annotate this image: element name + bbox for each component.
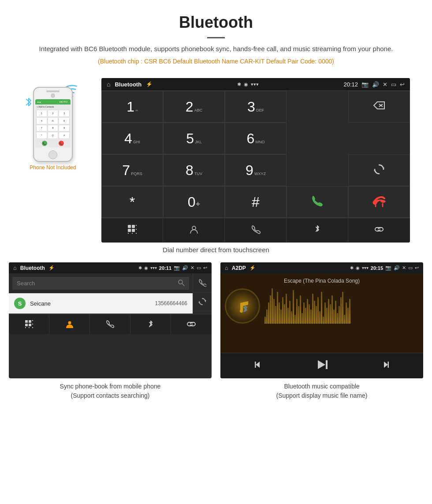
music-container: ⌂ A2DP ⚡ ✱ ◉ ▾▾▾ 20:15 📷 🔊 ✕ ▭ ↩ <box>220 262 423 400</box>
svg-rect-25 <box>32 320 33 321</box>
camera-icon: 📷 <box>361 81 369 88</box>
pb-tool-grid[interactable] <box>9 314 49 334</box>
pb-main-area: Search S Seicane 13566664466 <box>9 273 212 314</box>
phone-camera <box>51 93 55 98</box>
phone-key-4: 4 <box>36 117 47 124</box>
music-cam-icon: 📷 <box>385 265 391 271</box>
phone-call-red: 📞 <box>59 141 64 146</box>
pb-vol-icon: 🔊 <box>182 265 188 271</box>
main-content-area: ●●● MOTO + Add to Contacts 1 2 3 4 5 6 7… <box>0 78 432 243</box>
dial-key-1-content: 1 ∞ <box>127 100 138 114</box>
music-bt-icon: ✱ <box>350 265 354 270</box>
pb-bt-icon: ✱ <box>138 265 142 270</box>
music-signal-icon: ▾▾▾ <box>362 265 369 270</box>
dial-tool-link[interactable] <box>348 218 410 243</box>
phone-key-7: 7 <box>36 125 47 132</box>
dial-key-3-content: 3 DEF <box>247 100 264 114</box>
svg-marker-31 <box>256 362 260 368</box>
pb-tool-link[interactable] <box>171 314 212 334</box>
pb-tool-person[interactable] <box>49 314 90 334</box>
bt-icon: ✱ <box>237 82 241 87</box>
dial-screen-title: Bluetooth <box>115 81 142 88</box>
dial-key-call-green[interactable] <box>287 186 348 218</box>
music-time: 20:15 <box>371 265 383 271</box>
phone-key-star: * <box>36 132 47 139</box>
pb-side-icons <box>193 273 212 314</box>
music-win-icon: ▭ <box>408 265 413 271</box>
dial-key-4[interactable]: 4 GHI <box>101 123 163 154</box>
dial-key-empty-1 <box>287 91 348 123</box>
phone-speaker <box>46 90 60 92</box>
pb-contact-avatar: S <box>14 298 26 309</box>
pb-side-refresh-icon[interactable] <box>193 292 212 311</box>
music-back-icon: ↩ <box>415 265 419 271</box>
music-content: Escape (The Pina Colada Song) <box>220 273 423 353</box>
pb-side-phone-icon[interactable] <box>193 273 212 292</box>
svg-marker-19 <box>205 300 206 302</box>
bluetooth-icon-illustration <box>24 96 33 111</box>
header-specs: (Bluetooth chip : CSR BC6 Default Blueto… <box>9 58 423 65</box>
phone-screen-network: ●●● <box>37 101 41 103</box>
dial-tool-phone[interactable] <box>225 218 287 243</box>
music-controls <box>220 353 423 378</box>
pb-search-bar[interactable]: Search <box>12 277 189 290</box>
phone-home-button <box>48 150 57 159</box>
music-statusbar-right: ✱ ◉ ▾▾▾ 20:15 📷 🔊 ✕ ▭ ↩ <box>350 265 419 271</box>
svg-rect-7 <box>128 225 131 228</box>
pb-contact-phone: 13566664466 <box>155 300 187 306</box>
music-next-button[interactable] <box>379 360 389 372</box>
music-play-pause-button[interactable] <box>316 358 328 373</box>
dial-key-6[interactable]: 6 MNO <box>225 123 287 154</box>
dial-tool-bluetooth[interactable] <box>287 218 348 243</box>
dial-key-3[interactable]: 3 DEF <box>225 91 287 123</box>
bottom-screens: ⌂ Bluetooth ⚡ ✱ ◉ ▾▾▾ 20:11 📷 🔊 ✕ ▭ ↩ <box>0 262 432 400</box>
call-red-icon <box>372 194 386 210</box>
pb-cam-icon: 📷 <box>174 265 180 271</box>
dial-key-refresh[interactable] <box>348 154 410 186</box>
pb-contact-row[interactable]: S Seicane 13566664466 <box>9 293 193 314</box>
svg-rect-12 <box>132 233 133 234</box>
grid-icon <box>127 224 137 236</box>
volume-icon: 🔊 <box>372 81 379 88</box>
dial-tool-grid[interactable] <box>101 218 163 243</box>
dial-key-call-red[interactable] <box>348 186 410 218</box>
svg-rect-36 <box>388 362 389 368</box>
dial-key-7[interactable]: 7 PQRS <box>101 154 163 186</box>
phone-key-1: 1 <box>36 110 47 117</box>
dial-tool-contacts[interactable] <box>163 218 225 243</box>
dial-key-8[interactable]: 8 TUV <box>163 154 225 186</box>
dial-key-star[interactable]: * <box>101 186 163 218</box>
plus-symbol: + <box>196 200 201 209</box>
page-title: Bluetooth <box>9 13 423 32</box>
pb-toolbar <box>9 314 212 334</box>
svg-rect-15 <box>136 233 137 234</box>
dial-key-1[interactable]: 1 ∞ <box>101 91 163 123</box>
phone-screen-top: ●●● MOTO <box>35 99 71 105</box>
dial-key-0[interactable]: 0 + <box>163 186 225 218</box>
dial-statusbar: ⌂ Bluetooth ⚡ ✱ ◉ ▾▾▾ 20:12 📷 🔊 ✕ ▭ ↩ <box>101 78 410 90</box>
pb-tool-bt[interactable] <box>130 314 171 334</box>
phonebook-screen: ⌂ Bluetooth ⚡ ✱ ◉ ▾▾▾ 20:11 📷 🔊 ✕ ▭ ↩ <box>9 262 212 378</box>
dial-key-2[interactable]: 2 ABC <box>163 91 225 123</box>
dial-statusbar-left: ⌂ Bluetooth ⚡ <box>107 81 153 88</box>
svg-rect-10 <box>132 229 135 232</box>
usb-icon: ⚡ <box>146 81 153 87</box>
dial-key-empty-3 <box>348 123 410 154</box>
dial-key-hash[interactable]: # <box>225 186 287 218</box>
dial-key-backspace[interactable] <box>348 91 410 123</box>
bluetooth-icon <box>313 224 322 236</box>
signal-icon: ▾▾▾ <box>251 82 259 87</box>
music-prev-button[interactable] <box>255 360 264 372</box>
page-header: Bluetooth Integrated with BC6 Bluetooth … <box>0 0 432 78</box>
phone-mini-keypad: 1 2 3 4 5 6 7 8 9 * 0 # <box>35 109 71 140</box>
dial-key-5[interactable]: 5 JKL <box>163 123 225 154</box>
svg-rect-34 <box>326 360 328 369</box>
pb-close-icon: ✕ <box>190 265 194 271</box>
svg-rect-21 <box>25 320 28 323</box>
phone-key-5: 5 <box>48 117 59 124</box>
dial-key-9[interactable]: 9 WXYZ <box>225 154 287 186</box>
svg-rect-24 <box>29 324 31 326</box>
pb-list-area: Search S Seicane 13566664466 <box>9 273 193 314</box>
pb-tool-phone[interactable] <box>90 314 130 334</box>
music-screen-wrap: ⌂ A2DP ⚡ ✱ ◉ ▾▾▾ 20:15 📷 🔊 ✕ ▭ ↩ <box>220 262 423 378</box>
